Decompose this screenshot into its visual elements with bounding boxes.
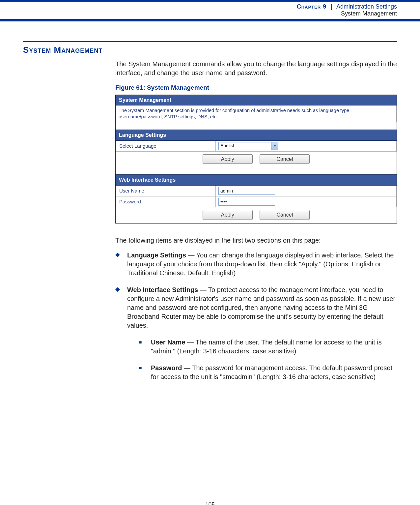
ss-info-text: The System Management section is provide… [116,105,397,122]
ss-web-button-row: Apply Cancel [116,207,397,223]
section-heading: System Management [23,45,397,55]
ss-pass-row: Password •••• [116,196,397,207]
bullet-web-title: Web Interface Settings [127,286,198,293]
header-separator: | [331,3,332,10]
page-number: – 105 – [0,501,420,505]
bullet-list: ◆ Language Settings — You can change the… [115,251,397,389]
sub-user-text: — The name of the user. The default name… [151,339,382,355]
apply-button[interactable]: Apply [203,154,253,164]
ss-lang-row: Select Language English ▾ [116,141,397,152]
sub-pass-text: — The password for management access. Th… [151,364,392,380]
cancel-button[interactable]: Cancel [260,154,310,164]
ss-user-label: User Name [116,186,216,196]
ss-lang-section-bar: Language Settings [116,130,397,141]
bullet-web-interface-settings: ◆ Web Interface Settings — To protect ac… [115,285,397,389]
ss-web-section-bar: Web Interface Settings [116,174,397,186]
sub-bullet-username: ■ User Name — The name of the user. The … [139,338,397,356]
header-title: Administration Settings [336,3,397,10]
ss-spacer [116,122,397,130]
apply-button-2[interactable]: Apply [203,210,253,220]
square-bullet-icon: ■ [139,338,151,356]
followup-text: The following items are displayed in the… [115,236,397,245]
ss-title-bar: System Management [116,95,397,106]
sub-user-title: User Name [151,339,185,346]
ss-spacer-2 [116,167,397,174]
bullet-language-settings: ◆ Language Settings — You can change the… [115,251,397,278]
bullet-lang-title: Language Settings [127,252,186,259]
ss-lang-button-row: Apply Cancel [116,152,397,167]
language-select[interactable]: English ▾ [218,142,278,150]
username-input[interactable]: admin [218,187,275,195]
sub-pass-title: Password [151,364,182,371]
ss-lang-label: Select Language [116,141,216,151]
ss-user-row: User Name admin [116,186,397,196]
header-subtitle: System Management [0,10,397,17]
figure-caption: Figure 61: System Management [115,83,397,92]
diamond-bullet-icon: ◆ [115,251,127,278]
sub-bullet-list: ■ User Name — The name of the user. The … [139,338,397,381]
chapter-label: Chapter 9 [297,3,326,10]
square-bullet-icon: ■ [139,364,151,381]
intro-paragraph: The System Management commands allow you… [115,60,397,77]
language-select-value: English [220,143,236,149]
screenshot-container: System Management The System Management … [115,95,397,223]
cancel-button-2[interactable]: Cancel [260,210,310,220]
sub-bullet-password: ■ Password — The password for management… [139,364,397,381]
chevron-down-icon: ▾ [271,142,278,150]
section-rule [23,41,397,42]
ss-pass-label: Password [116,196,216,207]
diamond-bullet-icon: ◆ [115,285,127,389]
password-input[interactable]: •••• [218,198,275,206]
mid-bar [0,19,420,21]
page-header: Chapter 9 | Administration Settings Syst… [0,2,420,19]
